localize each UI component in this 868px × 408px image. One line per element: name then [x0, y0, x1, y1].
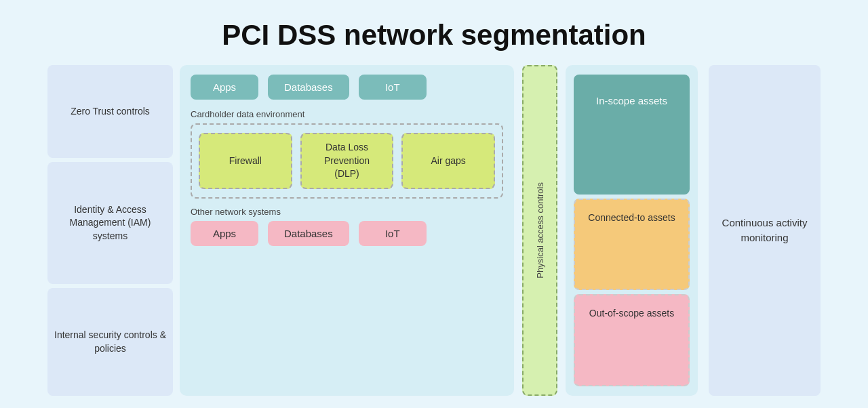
physical-label: Physical access controls	[535, 182, 545, 279]
cardholder-label: Cardholder data environment	[191, 109, 503, 119]
top-apps-label: Apps	[213, 81, 236, 93]
connected-label: Connected-to assets	[588, 212, 675, 223]
internal-security-label: Internal security controls & policies	[54, 329, 166, 355]
page-title: PCI DSS network segmentation	[222, 19, 646, 52]
air-gaps-label: Air gaps	[431, 155, 466, 168]
zero-trust-label: Zero Trust controls	[71, 105, 150, 119]
in-scope-label: In-scope assets	[596, 95, 667, 106]
continuous-monitoring-label: Continuous activity monitoring	[718, 216, 811, 246]
dlp-box: Data Loss Prevention (DLP)	[300, 133, 394, 189]
physical-inner: Physical access controls	[522, 65, 557, 396]
bottom-databases-box: Databases	[268, 221, 349, 246]
physical-column: Physical access controls	[519, 65, 560, 396]
air-gaps-box: Air gaps	[401, 133, 495, 189]
cardholder-dashed-area: Firewall Data Loss Prevention (DLP) Air …	[191, 123, 503, 199]
dlp-label: Data Loss Prevention (DLP)	[311, 141, 383, 181]
center-column: Apps Databases IoT Cardholder data envir…	[180, 65, 514, 396]
top-iot-box: IoT	[359, 75, 427, 100]
other-network-label: Other network systems	[191, 207, 503, 217]
top-items-row: Apps Databases IoT	[191, 75, 503, 100]
continuous-monitoring-box: Continuous activity monitoring	[709, 65, 821, 396]
bottom-databases-label: Databases	[284, 228, 333, 239]
out-of-scope-label: Out-of-scope assets	[589, 308, 674, 319]
bottom-iot-label: IoT	[385, 228, 400, 239]
zero-trust-box: Zero Trust controls	[47, 65, 173, 158]
bottom-iot-box: IoT	[359, 221, 427, 246]
bottom-apps-label: Apps	[213, 228, 236, 239]
right-column: Continuous activity monitoring	[709, 65, 821, 396]
top-apps-box: Apps	[191, 75, 258, 100]
connected-box: Connected-to assets	[574, 199, 690, 291]
right-assets-column: In-scope assets Connected-to assets Out-…	[566, 65, 698, 396]
bottom-apps-box: Apps	[191, 221, 258, 246]
top-databases-box: Databases	[268, 75, 349, 100]
firewall-box: Firewall	[199, 133, 292, 189]
bottom-items-row: Apps Databases IoT	[191, 221, 503, 246]
diagram-area: Zero Trust controls Identity & Access Ma…	[47, 65, 821, 396]
iam-box: Identity & Access Management (IAM) syste…	[47, 162, 173, 284]
firewall-label: Firewall	[229, 155, 262, 168]
out-of-scope-box: Out-of-scope assets	[574, 294, 690, 386]
top-databases-label: Databases	[284, 81, 333, 93]
in-scope-box: In-scope assets	[574, 75, 690, 195]
top-iot-label: IoT	[385, 81, 400, 93]
internal-security-box: Internal security controls & policies	[47, 288, 173, 396]
iam-label: Identity & Access Management (IAM) syste…	[54, 203, 166, 243]
left-column: Zero Trust controls Identity & Access Ma…	[47, 65, 173, 396]
